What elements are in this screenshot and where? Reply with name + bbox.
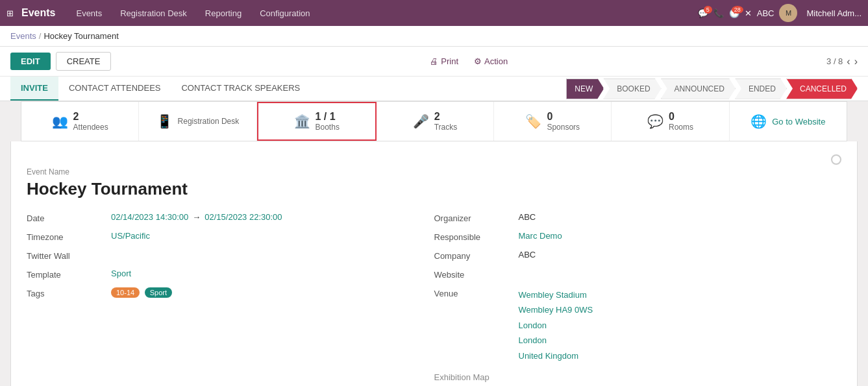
app-title: Events xyxy=(21,7,55,19)
attendees-label: Attendees xyxy=(73,123,108,132)
print-button[interactable]: 🖨 Print xyxy=(430,56,458,66)
responsible-label: Responsible xyxy=(434,231,519,242)
venue-line3[interactable]: London xyxy=(519,318,816,333)
breadcrumb: Events / Hockey Tournament xyxy=(0,26,868,47)
top-nav: ⊞ Events Events Registration Desk Report… xyxy=(0,0,868,26)
user-name: Mitchell Adm... xyxy=(806,8,862,18)
tag-sport[interactable]: Sport xyxy=(145,287,172,298)
prev-page-button[interactable]: ‹ xyxy=(847,56,850,67)
twitter-wall-label: Twitter Wall xyxy=(27,250,111,261)
create-button[interactable]: CREATE xyxy=(56,52,112,71)
booths-icon: 🏛️ xyxy=(294,114,310,129)
nav-reporting[interactable]: Reporting xyxy=(197,3,249,23)
stat-tracks[interactable]: 🎤 2 Tracks xyxy=(377,102,494,141)
website-row: Website xyxy=(434,269,816,280)
clock-icon[interactable]: 🕐 28 xyxy=(729,8,739,18)
print-icon: 🖨 xyxy=(430,56,438,66)
organizer-label: Organizer xyxy=(434,212,519,223)
tag-1014[interactable]: 10-14 xyxy=(111,287,140,298)
stat-registration-desk[interactable]: 📱 Registration Desk xyxy=(139,102,256,141)
venue-line1[interactable]: Wembley Stadium xyxy=(519,287,816,302)
stats-bar: 👥 2 Attendees 📱 Registration Desk 🏛️ 1 /… xyxy=(21,101,847,141)
form-right-col: Organizer ABC Responsible Marc Demo Comp… xyxy=(434,212,842,386)
company-value: ABC xyxy=(519,250,816,259)
exhibition-map-row: Exhibition Map xyxy=(434,371,816,382)
next-page-button[interactable]: › xyxy=(854,56,858,67)
stat-attendees[interactable]: 👥 2 Attendees xyxy=(21,102,139,141)
nav-events[interactable]: Events xyxy=(68,3,110,23)
twitter-wall-row: Twitter Wall xyxy=(27,250,408,261)
venue-line2[interactable]: Wembley HA9 0WS xyxy=(519,302,816,317)
venue-row: Venue Wembley Stadium Wembley HA9 0WS Lo… xyxy=(434,287,816,363)
action-bar: EDIT CREATE 🖨 Print ⚙ Action 3 / 8 ‹ › xyxy=(0,47,868,77)
stat-rooms[interactable]: 💬 0 Rooms xyxy=(612,102,729,141)
timezone-row: Timezone US/Pacific xyxy=(27,231,408,242)
attendees-icon: 👥 xyxy=(52,114,68,129)
tracks-icon: 🎤 xyxy=(413,114,429,129)
timezone-value[interactable]: US/Pacific xyxy=(111,231,408,241)
phone-icon[interactable]: 📞 xyxy=(713,8,724,18)
main-content: Event Name Hockey Tournament Date 02/14/… xyxy=(10,141,858,386)
pipeline-announced[interactable]: ANNOUNCED xyxy=(661,78,736,99)
pipeline-booked[interactable]: BOOKED xyxy=(603,78,661,99)
date-start[interactable]: 02/14/2023 14:30:00 xyxy=(111,212,188,222)
pager: 3 / 8 ‹ › xyxy=(826,56,858,67)
tracks-label: Tracks xyxy=(434,123,458,132)
action-button[interactable]: ⚙ Action xyxy=(474,56,508,66)
event-title: Hockey Tournament xyxy=(27,179,841,199)
tab-invite[interactable]: INVITE xyxy=(10,77,58,101)
timezone-label: Timezone xyxy=(27,231,111,242)
edit-button[interactable]: EDIT xyxy=(10,53,51,70)
pipeline-ended[interactable]: ENDED xyxy=(735,78,787,99)
template-label: Template xyxy=(27,269,111,280)
attendees-count: 2 xyxy=(73,111,108,123)
status-indicator xyxy=(831,154,841,165)
tab-contact-attendees[interactable]: CONTACT ATTENDEES xyxy=(58,77,171,101)
gear-icon: ⚙ xyxy=(474,56,482,66)
booths-label: Booths xyxy=(316,123,340,132)
pipeline-cancelled[interactable]: CANCELLED xyxy=(786,78,858,99)
breadcrumb-current: Hockey Tournament xyxy=(43,31,118,41)
avatar[interactable]: M xyxy=(779,4,797,22)
website-label: Go to Website xyxy=(772,117,825,127)
date-end[interactable]: 02/15/2023 22:30:00 xyxy=(205,212,282,222)
organizer-row: Organizer ABC xyxy=(434,212,816,223)
app-grid-icon[interactable]: ⊞ xyxy=(6,8,14,18)
tracks-count: 2 xyxy=(434,111,458,123)
form-grid: Date 02/14/2023 14:30:00 → 02/15/2023 22… xyxy=(27,212,841,386)
venue-line5[interactable]: United Kingdom xyxy=(519,348,816,363)
chat-icon[interactable]: 💬 5 xyxy=(698,8,708,18)
booths-count: 1 / 1 xyxy=(316,111,340,123)
status-bar: INVITE CONTACT ATTENDEES CONTACT TRACK S… xyxy=(0,77,868,101)
event-name-label: Event Name xyxy=(27,167,841,176)
close-icon[interactable]: ✕ xyxy=(745,8,752,18)
tab-contact-track-speakers[interactable]: CONTACT TRACK SPEAKERS xyxy=(171,77,310,101)
registration-icon: 📱 xyxy=(156,114,173,129)
registration-label: Registration Desk xyxy=(178,117,240,126)
rooms-icon: 💬 xyxy=(647,114,663,129)
company-row: Company ABC xyxy=(434,250,816,261)
date-label: Date xyxy=(27,212,111,223)
stat-sponsors[interactable]: 🏷️ 0 Sponsors xyxy=(494,102,612,141)
nav-configuration[interactable]: Configuration xyxy=(252,3,317,23)
stat-go-to-website[interactable]: 🌐 Go to Website xyxy=(730,102,847,141)
nav-icons: 💬 5 📞 🕐 28 ✕ ABC M Mitchell Adm... xyxy=(698,4,862,22)
pipeline: NEW BOOKED ANNOUNCED ENDED CANCELLED xyxy=(567,78,858,99)
responsible-value[interactable]: Marc Demo xyxy=(519,231,816,241)
stats-wrapper: 👥 2 Attendees 📱 Registration Desk 🏛️ 1 /… xyxy=(10,101,858,141)
sponsors-icon: 🏷️ xyxy=(525,114,541,129)
pipeline-new[interactable]: NEW xyxy=(566,78,604,99)
template-row: Template Sport xyxy=(27,269,408,280)
stat-booths[interactable]: 🏛️ 1 / 1 Booths xyxy=(257,102,377,141)
form-left-col: Date 02/14/2023 14:30:00 → 02/15/2023 22… xyxy=(27,212,434,386)
breadcrumb-separator: / xyxy=(39,31,42,41)
sponsors-label: Sponsors xyxy=(547,123,580,132)
template-value[interactable]: Sport xyxy=(111,269,408,278)
venue-line4[interactable]: London xyxy=(519,333,816,348)
rooms-label: Rooms xyxy=(669,123,693,132)
organizer-value: ABC xyxy=(519,212,816,222)
nav-registration-desk[interactable]: Registration Desk xyxy=(112,3,195,23)
breadcrumb-parent[interactable]: Events xyxy=(10,31,36,41)
rooms-count: 0 xyxy=(669,111,693,123)
date-row: Date 02/14/2023 14:30:00 → 02/15/2023 22… xyxy=(27,212,408,223)
